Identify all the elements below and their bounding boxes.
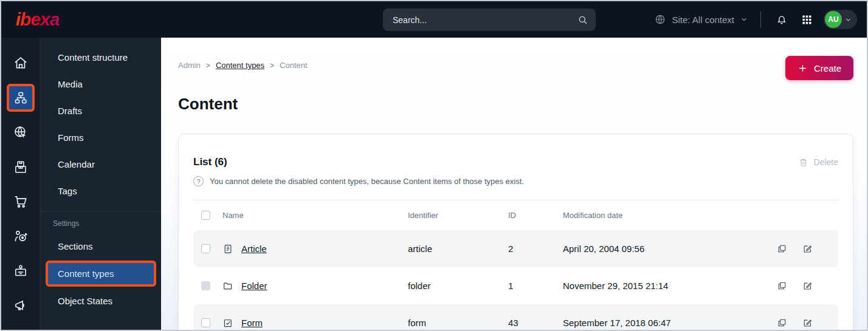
breadcrumb: Admin > Content types > Content <box>178 56 308 70</box>
delete-button-label: Delete <box>814 157 838 167</box>
help-icon: ? <box>193 176 204 186</box>
sidebar-item-content-types[interactable]: Content types <box>46 261 156 287</box>
notifications-button[interactable] <box>773 11 790 28</box>
sidebar-item-drafts[interactable]: Drafts <box>46 98 156 123</box>
page-title: Content <box>178 95 853 114</box>
settings-section-label: Settings <box>41 219 161 234</box>
copy-button[interactable] <box>775 242 801 256</box>
select-all-checkbox[interactable] <box>201 211 210 220</box>
app-grid-icon <box>801 14 813 26</box>
edit-icon <box>802 244 813 254</box>
breadcrumb-separator: > <box>270 61 274 70</box>
content-type-link[interactable]: Article <box>241 244 408 254</box>
site-context-selector[interactable]: Site: All context <box>654 13 748 26</box>
column-header-id: ID <box>508 211 563 220</box>
breadcrumb-admin: Admin <box>178 61 201 70</box>
identifier-cell: article <box>408 244 508 254</box>
rail-item-product-catalog[interactable] <box>1 149 41 184</box>
content-type-link[interactable]: Folder <box>241 281 408 291</box>
sidebar-item-content-structure[interactable]: Content structure <box>46 45 156 70</box>
modified-cell: April 20, 2004 09:56 <box>563 244 775 254</box>
delete-button[interactable]: Delete <box>798 157 838 168</box>
chevron-down-icon <box>844 16 852 24</box>
form-icon <box>222 318 241 329</box>
top-bar: ibexa Site: All context <box>1 1 867 38</box>
id-cell: 1 <box>508 281 563 291</box>
sidebar-item-media[interactable]: Media <box>46 72 156 97</box>
folder-icon <box>222 281 241 292</box>
globe-icon <box>654 13 666 26</box>
content-types-list-card: List (6) Delete ? You cannot delete t <box>178 134 853 331</box>
chevron-down-icon <box>740 15 748 24</box>
row-checkbox[interactable] <box>201 244 210 253</box>
table-row-form: Form form 43 September 17, 2018 06:47 <box>193 304 838 331</box>
search-input[interactable] <box>393 15 577 25</box>
table-header: Name Identifier ID Modification date <box>193 200 838 230</box>
identifier-cell: folder <box>408 281 508 291</box>
create-button[interactable]: Create <box>785 56 853 80</box>
copy-button[interactable] <box>775 316 801 330</box>
breadcrumb-separator: > <box>206 61 210 70</box>
copy-icon <box>777 244 787 254</box>
trash-icon <box>798 157 808 168</box>
id-badge-icon <box>13 263 29 279</box>
table-row-article: Article article 2 April 20, 2004 09:56 <box>193 230 838 267</box>
row-checkbox[interactable] <box>201 318 210 327</box>
rail-item-campaign[interactable] <box>1 288 41 322</box>
sidebar-item-object-states[interactable]: Object States <box>46 288 156 313</box>
breadcrumb-content: Content <box>280 61 308 70</box>
column-header-modified: Modification date <box>563 211 775 220</box>
rail-item-content-structure[interactable] <box>1 80 41 115</box>
content-type-link[interactable]: Form <box>241 318 408 328</box>
article-icon <box>222 244 241 254</box>
sidebar-item-calendar[interactable]: Calendar <box>46 152 156 177</box>
breadcrumb-content-types-link[interactable]: Content types <box>216 61 264 70</box>
rail-item-home[interactable] <box>1 46 41 80</box>
edit-button[interactable] <box>801 279 827 293</box>
modified-cell: September 17, 2018 06:47 <box>563 318 775 328</box>
app-window: ibexa Site: All context <box>1 1 867 330</box>
create-button-label: Create <box>814 63 841 73</box>
global-search[interactable] <box>383 9 596 31</box>
search-icon[interactable] <box>577 15 588 26</box>
sidebar-item-forms[interactable]: Forms <box>46 125 156 150</box>
rail-item-admin[interactable] <box>1 253 41 288</box>
table-row-folder: Folder folder 1 November 29, 2015 21:14 <box>193 267 838 304</box>
rail-item-commerce[interactable] <box>1 184 41 219</box>
row-checkbox-disabled <box>201 281 210 290</box>
edit-icon <box>802 281 813 291</box>
site-context-label: Site: All context <box>672 15 734 25</box>
edit-button[interactable] <box>801 316 827 330</box>
user-menu[interactable]: AU <box>824 10 857 29</box>
avatar: AU <box>825 11 842 28</box>
active-rail-highlight <box>7 84 35 112</box>
app-switcher-button[interactable] <box>799 12 815 28</box>
id-cell: 2 <box>508 244 563 254</box>
rail-item-personalization[interactable] <box>1 219 41 253</box>
product-boxes-icon <box>13 159 29 175</box>
sidebar-item-sections[interactable]: Sections <box>46 234 156 259</box>
edit-button[interactable] <box>801 242 827 256</box>
identifier-cell: form <box>408 318 508 328</box>
id-cell: 43 <box>508 318 563 328</box>
main-content: Admin > Content types > Content Create C… <box>161 38 867 330</box>
home-icon <box>13 55 29 71</box>
megaphone-icon <box>13 298 29 313</box>
sidebar-item-tags[interactable]: Tags <box>46 179 156 203</box>
list-info-text: You cannot delete the disabled content t… <box>210 177 524 186</box>
icon-rail <box>1 38 41 330</box>
content-structure-icon <box>13 90 28 105</box>
plus-icon <box>797 63 808 73</box>
list-title: List (6) <box>193 156 227 168</box>
menu-divider <box>41 211 161 212</box>
personalization-target-icon <box>13 228 29 244</box>
rail-item-site[interactable] <box>1 115 41 149</box>
sidebar-menu: Content structure Media Drafts Forms Cal… <box>41 38 161 330</box>
copy-button[interactable] <box>775 279 801 293</box>
edit-icon <box>802 318 813 328</box>
ibexa-logo[interactable]: ibexa <box>13 9 62 30</box>
modified-cell: November 29, 2015 21:14 <box>563 281 775 291</box>
site-globe-cursor-icon <box>13 125 29 140</box>
column-header-identifier: Identifier <box>408 211 508 220</box>
column-header-name: Name <box>222 211 408 220</box>
